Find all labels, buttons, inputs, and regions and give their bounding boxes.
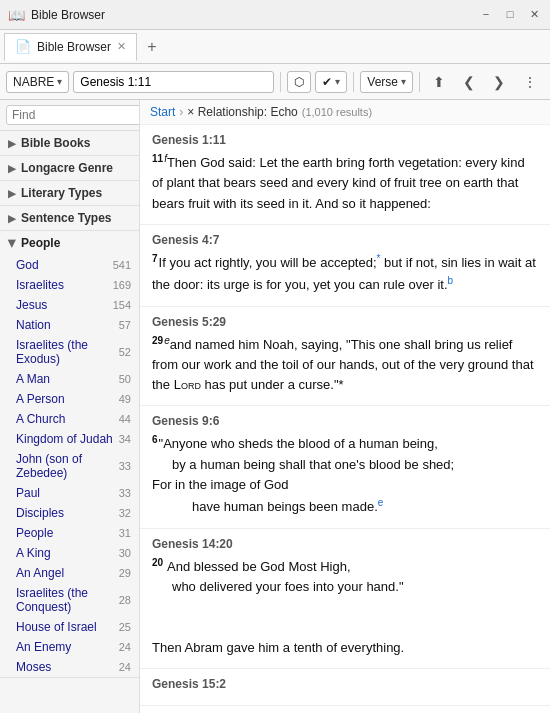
reference-input[interactable]: [73, 71, 274, 93]
toolbar-separator-3: [419, 72, 420, 92]
verse-number: 11: [152, 153, 163, 164]
sidebar-group-literary-header[interactable]: ▶ Literary Types: [0, 181, 139, 205]
sidebar-item-label: A Man: [16, 372, 50, 386]
main-tab[interactable]: 📄 Bible Browser ✕: [4, 33, 137, 61]
sidebar-item-label: People: [16, 526, 53, 540]
sidebar-item-label: House of Israel: [16, 620, 97, 634]
sidebar-item-label: Paul: [16, 486, 40, 500]
maximize-button[interactable]: □: [502, 8, 518, 21]
app-icon: 📖: [8, 7, 25, 23]
tab-bar: 📄 Bible Browser ✕ +: [0, 30, 550, 64]
find-input[interactable]: [6, 105, 140, 125]
sidebar-item-person[interactable]: Jesus154: [0, 295, 139, 315]
passage-ref-1: Genesis 1:11: [152, 133, 538, 147]
version-dropdown[interactable]: NABRE ▾: [6, 71, 69, 93]
sidebar-item-label: Israelites (the Conquest): [16, 586, 115, 614]
sidebar-item-count: 28: [119, 594, 131, 606]
sidebar-group-people-label: People: [21, 236, 60, 250]
verse-number: 7: [152, 253, 158, 264]
poetry-line-2: For in the image of God: [152, 475, 538, 495]
network-button[interactable]: ⬡: [287, 71, 311, 93]
verse-dropdown[interactable]: Verse ▾: [360, 71, 413, 93]
sidebar-item-count: 57: [119, 319, 131, 331]
tab-close-button[interactable]: ✕: [117, 40, 126, 53]
sidebar-item-person[interactable]: Disciples32: [0, 503, 139, 523]
sidebar-search-bar: 🔍: [0, 100, 139, 131]
verse-letter-f: f: [164, 153, 167, 164]
sidebar-item-person[interactable]: God541: [0, 255, 139, 275]
sidebar-group-sentence-label: Sentence Types: [21, 211, 111, 225]
passage-genesis-14-20: Genesis 14:20 20 And blessed be God Most…: [140, 529, 550, 669]
chevron-right-icon: ▶: [8, 213, 16, 224]
sidebar-item-person[interactable]: House of Israel25: [0, 617, 139, 637]
sidebar-item-label: John (son of Zebedee): [16, 452, 115, 480]
passage-ref-4: Genesis 9:6: [152, 414, 538, 428]
sidebar-group-literary: ▶ Literary Types: [0, 181, 139, 206]
sidebar-item-person[interactable]: Paul33: [0, 483, 139, 503]
passage-text-1: 11fThen God said: Let the earth bring fo…: [152, 151, 538, 214]
nav-right-button[interactable]: ❯: [486, 70, 512, 94]
passage-ref-5: Genesis 14:20: [152, 537, 538, 551]
people-items-list: God541Israelites169Jesus154Nation57Israe…: [0, 255, 139, 677]
ref-b: b: [448, 275, 454, 286]
sidebar-item-count: 31: [119, 527, 131, 539]
toolbar-separator-2: [353, 72, 354, 92]
breadcrumb-separator: ›: [179, 105, 183, 119]
poetry-line-1: by a human being shall that one's blood …: [152, 455, 538, 475]
sidebar-item-person[interactable]: Nation57: [0, 315, 139, 335]
close-button[interactable]: ✕: [526, 8, 542, 21]
toolbar: NABRE ▾ ⬡ ✔ ▾ Verse ▾ ⬆ ❮ ❯ ⋮: [0, 64, 550, 100]
new-tab-button[interactable]: +: [141, 38, 163, 56]
sidebar-item-label: Kingdom of Judah: [16, 432, 113, 446]
sidebar: 🔍 ▶ Bible Books ▶ Longacre Genre ▶ Liter…: [0, 100, 140, 713]
sidebar-item-count: 24: [119, 641, 131, 653]
sidebar-item-person[interactable]: People31: [0, 523, 139, 543]
sidebar-item-person[interactable]: A King30: [0, 543, 139, 563]
passage-text-5: 20 And blessed be God Most High, who del…: [152, 555, 538, 658]
sidebar-item-person[interactable]: A Church44: [0, 409, 139, 429]
content-area: Start › × Relationship: Echo (1,010 resu…: [140, 100, 550, 713]
verse-letter-e: e: [164, 335, 170, 346]
sidebar-item-person[interactable]: A Person49: [0, 389, 139, 409]
check-icon: ✔: [322, 75, 332, 89]
version-dropdown-arrow: ▾: [57, 76, 62, 87]
passage-genesis-9-6: Genesis 9:6 6"Anyone who sheds the blood…: [140, 406, 550, 528]
share-button[interactable]: ⬆: [426, 70, 452, 94]
sidebar-group-sentence-header[interactable]: ▶ Sentence Types: [0, 206, 139, 230]
sidebar-item-count: 154: [113, 299, 131, 311]
sidebar-item-count: 541: [113, 259, 131, 271]
more-button[interactable]: ⋮: [516, 70, 544, 94]
sidebar-item-person[interactable]: Israelites (the Exodus)52: [0, 335, 139, 369]
sidebar-item-person[interactable]: Israelites (the Conquest)28: [0, 583, 139, 617]
check-button[interactable]: ✔ ▾: [315, 71, 347, 93]
nav-left-button[interactable]: ❮: [456, 70, 482, 94]
passage-genesis-5-29: Genesis 5:29 29eand named him Noah, sayi…: [140, 307, 550, 407]
sidebar-group-longacre-header[interactable]: ▶ Longacre Genre: [0, 156, 139, 180]
minimize-button[interactable]: −: [478, 8, 494, 21]
breadcrumb-start[interactable]: Start: [150, 105, 175, 119]
sidebar-group-bible-books-header[interactable]: ▶ Bible Books: [0, 131, 139, 155]
toolbar-separator-1: [280, 72, 281, 92]
sidebar-item-person[interactable]: Kingdom of Judah34: [0, 429, 139, 449]
passage-text-2: 7If you act rightly, you will be accepte…: [152, 251, 538, 296]
sidebar-item-person[interactable]: John (son of Zebedee)33: [0, 449, 139, 483]
ref-star: *: [377, 253, 381, 264]
sidebar-item-count: 25: [119, 621, 131, 633]
sidebar-item-label: Israelites: [16, 278, 64, 292]
verse-label: Verse: [367, 75, 398, 89]
sidebar-item-count: 24: [119, 661, 131, 673]
sidebar-item-person[interactable]: Moses24: [0, 657, 139, 677]
sidebar-item-label: Nation: [16, 318, 51, 332]
sidebar-group-people-header[interactable]: ▶ People: [0, 231, 139, 255]
passage-ref-6: Genesis 15:2: [152, 677, 538, 691]
sidebar-item-person[interactable]: An Angel29: [0, 563, 139, 583]
sidebar-item-count: 52: [119, 346, 131, 358]
sidebar-item-label: An Enemy: [16, 640, 71, 654]
sidebar-item-person[interactable]: A Man50: [0, 369, 139, 389]
sidebar-group-longacre-label: Longacre Genre: [21, 161, 113, 175]
sidebar-item-person[interactable]: Israelites169: [0, 275, 139, 295]
passage-genesis-4-7: Genesis 4:7 7If you act rightly, you wil…: [140, 225, 550, 307]
verse-number: 6: [152, 434, 158, 445]
sidebar-item-count: 34: [119, 433, 131, 445]
sidebar-item-person[interactable]: An Enemy24: [0, 637, 139, 657]
